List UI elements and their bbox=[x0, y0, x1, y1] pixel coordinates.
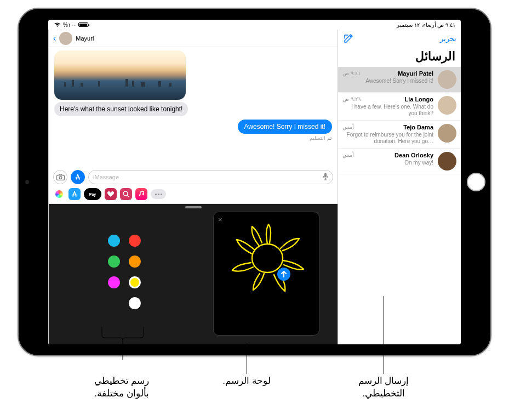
store-app-icon[interactable] bbox=[68, 188, 81, 200]
panel-drag-handle[interactable] bbox=[185, 206, 202, 208]
music-app-icon[interactable] bbox=[135, 188, 147, 200]
screen: ٩:٤١ ص أربعاء، ١٢ سبتمبر %١٠٠ تحرير الرس… bbox=[48, 20, 461, 344]
svg-point-4 bbox=[252, 244, 283, 273]
camera-button[interactable] bbox=[53, 170, 67, 184]
arrow-up-icon bbox=[281, 270, 287, 278]
conversation-row[interactable]: Mayuri Patel٩:٤١ ص Awesome! Sorry I miss… bbox=[338, 67, 461, 93]
conversation-time: ٩:٢٦ ص bbox=[342, 96, 361, 103]
conversation-name: Mayuri Patel bbox=[398, 70, 433, 77]
message-input-row: iMessage bbox=[49, 168, 338, 186]
svg-point-1 bbox=[59, 177, 62, 179]
mic-icon[interactable] bbox=[323, 173, 328, 182]
annotation-callouts: رسم تخطيطي بألوان مختلفة. لوحة الرسم. إر… bbox=[0, 360, 526, 419]
drawing-canvas[interactable]: × bbox=[213, 212, 319, 336]
conversation-pane: ‹ Mayuri Here's what the sunset looked l… bbox=[48, 30, 338, 344]
callout-line bbox=[247, 343, 247, 374]
apple-pay-label: Pay bbox=[89, 192, 96, 196]
svg-point-3 bbox=[123, 191, 128, 196]
back-chevron-icon[interactable]: ‹ bbox=[53, 33, 56, 43]
conversations-sidebar: تحرير الرسائل Mayuri Patel٩:٤١ ص Awesome… bbox=[338, 30, 461, 344]
avatar bbox=[438, 70, 456, 89]
conversation-row[interactable]: Dean Orloskyأمس On my way! bbox=[338, 149, 461, 174]
conversation-row[interactable]: Lia Longo٩:٢٦ ص I have a few. Here's one… bbox=[338, 93, 461, 121]
conversation-name: Lia Longo bbox=[404, 96, 433, 103]
incoming-message[interactable]: Here's what the sunset looked like tonig… bbox=[54, 50, 188, 116]
callout-canvas-label: لوحة الرسم. bbox=[208, 375, 285, 388]
compose-icon bbox=[344, 33, 353, 43]
clear-canvas-button[interactable]: × bbox=[218, 215, 222, 224]
conversation-preview: Forgot to reimburse you for the joint do… bbox=[342, 132, 433, 145]
ipad-device-frame: ٩:٤١ ص أربعاء، ١٢ سبتمبر %١٠٠ تحرير الرس… bbox=[18, 8, 491, 356]
message-bubble: Awesome! Sorry I missed it! bbox=[238, 120, 333, 134]
sidebar-title: الرسائل bbox=[338, 47, 461, 67]
callout-colors-label: رسم تخطيطي بألوان مختلفة. bbox=[78, 375, 165, 400]
color-magenta[interactable] bbox=[108, 276, 120, 288]
callout-bracket bbox=[96, 327, 151, 360]
sun-sketch bbox=[226, 219, 308, 296]
message-bubble: Here's what the sunset looked like tonig… bbox=[54, 102, 188, 116]
color-cyan[interactable] bbox=[108, 235, 120, 247]
appstore-icon bbox=[75, 174, 81, 180]
wifi-icon bbox=[54, 22, 61, 27]
app-store-button[interactable] bbox=[71, 170, 85, 184]
conversation-name: Dean Orlosky bbox=[395, 152, 433, 158]
more-apps-button[interactable] bbox=[151, 189, 166, 199]
contact-name[interactable]: Mayuri bbox=[76, 35, 94, 42]
conversation-time: ٩:٤١ ص bbox=[342, 70, 361, 77]
color-palette bbox=[108, 235, 142, 314]
color-green[interactable] bbox=[108, 256, 120, 268]
conversation-preview: I have a few. Here's one. What do you th… bbox=[342, 104, 433, 117]
home-button[interactable] bbox=[467, 173, 485, 191]
front-camera bbox=[25, 180, 29, 184]
avatar bbox=[438, 96, 456, 115]
images-search-icon[interactable] bbox=[120, 188, 132, 200]
digital-touch-icon[interactable] bbox=[105, 188, 117, 200]
outgoing-message[interactable]: Awesome! Sorry I missed it! تم التسليم bbox=[238, 120, 333, 141]
color-orange[interactable] bbox=[129, 256, 141, 268]
conversation-preview: On my way! bbox=[342, 160, 433, 166]
avatar bbox=[438, 124, 456, 143]
edit-button[interactable]: تحرير bbox=[440, 35, 456, 43]
send-sketch-button[interactable] bbox=[277, 268, 290, 281]
status-time: ٩:٤١ ص أربعاء، ١٢ سبتمبر bbox=[397, 22, 455, 28]
sunset-photo[interactable] bbox=[54, 50, 186, 100]
svg-rect-2 bbox=[324, 173, 327, 177]
callout-send-label: إرسال الرسم التخطيطي. bbox=[340, 375, 427, 400]
app-drawer: Pay bbox=[49, 186, 338, 204]
conversation-header: ‹ Mayuri bbox=[49, 30, 338, 47]
conversation-preview: Awesome! Sorry I missed it! bbox=[342, 78, 433, 84]
color-white[interactable] bbox=[129, 297, 141, 309]
compose-button[interactable] bbox=[342, 32, 355, 44]
color-yellow-selected[interactable] bbox=[129, 276, 141, 288]
camera-icon bbox=[56, 174, 65, 180]
message-input[interactable]: iMessage bbox=[88, 170, 333, 184]
status-bar: ٩:٤١ ص أربعاء، ١٢ سبتمبر %١٠٠ bbox=[48, 20, 461, 30]
callout-line bbox=[384, 296, 384, 374]
conversation-time: أمس bbox=[342, 152, 354, 158]
battery-icon bbox=[78, 22, 88, 27]
photos-app-icon[interactable] bbox=[53, 188, 65, 200]
battery-percent: %١٠٠ bbox=[63, 22, 76, 28]
color-red[interactable] bbox=[129, 235, 141, 247]
delivered-label: تم التسليم bbox=[238, 135, 333, 141]
conversation-time: أمس bbox=[342, 124, 354, 130]
messages-area[interactable]: Here's what the sunset looked like tonig… bbox=[49, 47, 338, 168]
contact-avatar[interactable] bbox=[59, 32, 72, 45]
conversation-name: Tejo Dama bbox=[403, 124, 433, 130]
input-placeholder: iMessage bbox=[93, 174, 119, 180]
digital-touch-panel: × bbox=[49, 204, 338, 344]
conversation-row[interactable]: Tejo Damaأمس Forgot to reimburse you for… bbox=[338, 121, 461, 149]
svg-rect-0 bbox=[56, 175, 64, 180]
avatar bbox=[438, 152, 456, 171]
apple-pay-icon[interactable]: Pay bbox=[84, 188, 101, 200]
